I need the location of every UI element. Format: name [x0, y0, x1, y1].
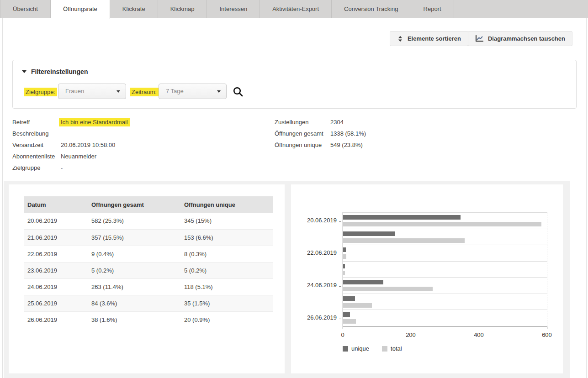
- page-left-border: [2, 18, 3, 378]
- x-axis-tick: [343, 326, 343, 329]
- table-cell: 38 (1.6%): [88, 311, 180, 328]
- table-row: 20.06.2019582 (25.3%)345 (15%): [24, 213, 273, 229]
- bar-total: [343, 319, 356, 324]
- table-cell: 118 (5.1%): [180, 278, 273, 295]
- detail-value: Neuanmelder: [61, 153, 96, 160]
- y-axis-tick: [339, 286, 341, 287]
- detail-row: Öffnungen gesamt1338 (58.1%): [275, 130, 457, 142]
- bar-unique: [343, 247, 346, 252]
- tab--bersicht[interactable]: Übersicht: [0, 0, 51, 18]
- bar-total: [343, 222, 541, 226]
- swap-chart-axes-button[interactable]: Diagrammachsen tauschen: [468, 31, 572, 46]
- y-axis-line: [343, 212, 343, 326]
- detail-value: 549 (23.8%): [330, 142, 363, 148]
- vertical-gridline: [479, 212, 479, 326]
- chevron-down-icon: [117, 90, 120, 93]
- detail-value: 20.06.2019 10:58:00: [61, 142, 115, 148]
- table-cell: 582 (25.3%): [88, 213, 180, 229]
- sort-elements-button[interactable]: Elemente sortieren: [390, 31, 468, 46]
- tab-conversion-tracking[interactable]: Conversion Tracking: [332, 0, 411, 18]
- zeitraum-dropdown[interactable]: 7 Tage: [159, 84, 227, 99]
- table-row: 21.06.2019357 (15.5%)153 (6.6%): [24, 229, 273, 246]
- swap-chart-axes-label: Diagrammachsen tauschen: [488, 35, 565, 42]
- vertical-gridline: [547, 212, 547, 326]
- bar-total: [343, 287, 433, 291]
- detail-label: Öffnungen gesamt: [275, 130, 323, 137]
- x-axis-value-label: 400: [465, 331, 493, 338]
- detail-label: Zustellungen: [275, 119, 308, 126]
- openings-table-panel: DatumÖffnungen gesamtÖffnungen unique 20…: [9, 184, 285, 373]
- legend-label: total: [391, 345, 402, 352]
- collapse-triangle-icon: [22, 70, 26, 73]
- bar-unique: [343, 280, 383, 284]
- table-header-cell: Öffnungen gesamt: [88, 196, 180, 213]
- y-axis-tick: [339, 319, 341, 319]
- zeitraum-dropdown-value: 7 Tage: [166, 88, 184, 94]
- filter-settings-toggle[interactable]: Filtereinstellungen: [22, 68, 88, 75]
- detail-row: Zustellungen2304: [275, 119, 457, 130]
- y-axis-tick: [339, 221, 341, 222]
- detail-row: Beschreibung: [12, 130, 268, 142]
- x-axis-tick: [411, 326, 411, 329]
- tab--ffnungsrate[interactable]: Öffnungsrate: [51, 0, 110, 19]
- detail-row: Versandzeit20.06.2019 10:58:00: [12, 142, 268, 153]
- zielgruppe-dropdown[interactable]: Frauen: [58, 84, 126, 99]
- table-row: 25.06.201984 (3.6%)35 (1.5%): [24, 295, 273, 311]
- table-cell: 25.06.2019: [24, 295, 88, 311]
- tab-report[interactable]: Report: [411, 0, 454, 18]
- openings-chart-panel: 20.06.201922.06.201924.06.201926.06.2019…: [291, 184, 563, 373]
- x-axis-line: [343, 326, 547, 326]
- band-separator-line: [343, 245, 547, 245]
- tab-interessen[interactable]: Interessen: [207, 0, 260, 18]
- detail-row: Zielgruppe-: [12, 164, 268, 176]
- sort-elements-label: Elemente sortieren: [408, 35, 461, 42]
- table-header-cell: Datum: [24, 196, 88, 213]
- detail-value: 2304: [330, 119, 344, 126]
- page-right-border: [586, 18, 587, 378]
- table-cell: 153 (6.6%): [180, 229, 273, 246]
- band-separator-line: [343, 212, 547, 213]
- tab-klickmap[interactable]: Klickmap: [158, 0, 207, 18]
- highlighted-value: Ich bin eine Standardmail: [59, 118, 130, 126]
- tab-klickrate[interactable]: Klickrate: [110, 0, 158, 18]
- bar-unique: [343, 312, 350, 317]
- table-cell: 8 (0.3%): [180, 246, 273, 262]
- bar-total: [343, 303, 372, 308]
- detail-row: AbonnentenlisteNeuanmelder: [12, 153, 268, 164]
- search-icon[interactable]: [232, 86, 244, 98]
- tab-aktivit-ten-export[interactable]: Aktivitäten-Export: [260, 0, 332, 18]
- openings-bar-chart: 20.06.201922.06.201924.06.201926.06.2019…: [291, 184, 563, 373]
- bar-unique: [343, 231, 395, 236]
- table-row: 26.06.201938 (1.6%)20 (0.9%): [24, 311, 273, 328]
- table-cell: 357 (15.5%): [88, 229, 180, 246]
- table-cell: 84 (3.6%): [88, 295, 180, 311]
- bar-total: [343, 254, 346, 259]
- x-axis-tick: [547, 326, 547, 329]
- y-axis-date-label: 24.06.2019: [291, 282, 337, 289]
- table-cell: 22.06.2019: [24, 246, 88, 262]
- table-cell: 21.06.2019: [24, 229, 88, 246]
- band-separator-line: [343, 294, 547, 294]
- legend-swatch-unique: [343, 346, 348, 352]
- bar-total: [343, 271, 345, 275]
- x-axis-value-label: 200: [397, 331, 424, 338]
- detail-value: -: [61, 164, 63, 171]
- band-separator-line: [343, 277, 547, 278]
- mailing-details: BetreffIch bin eine StandardmailBeschrei…: [12, 119, 268, 176]
- bar-unique: [343, 215, 461, 220]
- x-axis-value-label: 600: [533, 331, 561, 338]
- table-cell: 24.06.2019: [24, 278, 88, 295]
- bar-total: [343, 238, 465, 243]
- y-axis-date-label: 26.06.2019: [291, 314, 337, 321]
- table-header-cell: Öffnungen unique: [180, 196, 273, 213]
- legend-item-unique: unique: [343, 345, 369, 352]
- vertical-gridline: [411, 212, 411, 326]
- table-cell: 5 (0.2%): [88, 262, 180, 278]
- bar-unique: [343, 264, 345, 268]
- x-axis-tick: [479, 326, 479, 329]
- sort-arrows-icon: [397, 35, 403, 42]
- mailing-stats: Zustellungen2304Öffnungen gesamt1338 (58…: [275, 119, 457, 153]
- table-cell: 9 (0.4%): [88, 246, 180, 262]
- detail-label: Zielgruppe: [12, 164, 40, 171]
- table-cell: 20.06.2019: [24, 213, 88, 229]
